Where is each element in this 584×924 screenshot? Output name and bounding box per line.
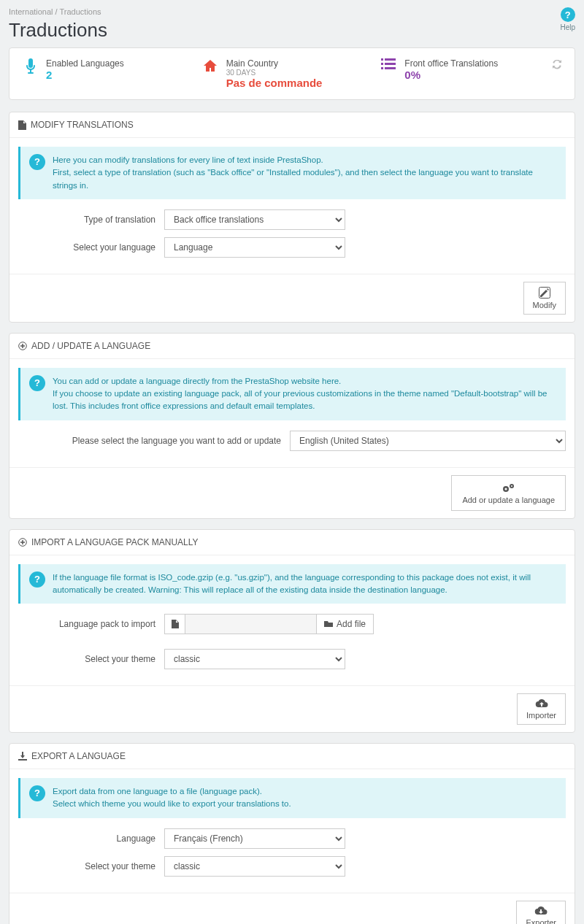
breadcrumb-current: Traductions (60, 7, 101, 16)
import-pack-label: Language pack to import (18, 619, 164, 629)
info-export: ? Export data from one language to a fil… (18, 778, 566, 818)
svg-point-9 (504, 488, 507, 490)
import-button[interactable]: Importer (517, 693, 566, 725)
stat-enabled-languages: Enabled Languages 2 (24, 58, 203, 89)
file-icon (18, 120, 26, 130)
question-icon: ? (29, 154, 45, 170)
svg-rect-3 (385, 63, 396, 65)
edit-icon (539, 287, 550, 299)
question-icon: ? (29, 375, 45, 391)
panel-export: EXPORT A LANGUAGE ? Export data from one… (9, 743, 575, 924)
info-import: ? If the language file format is ISO_cod… (18, 564, 566, 604)
help-icon: ? (561, 7, 575, 22)
folder-icon (324, 620, 333, 628)
add-file-button[interactable]: Add file (316, 614, 374, 634)
gears-icon (502, 482, 516, 493)
svg-point-11 (511, 485, 512, 487)
list-icon (381, 58, 396, 70)
svg-rect-4 (381, 67, 383, 69)
svg-rect-5 (385, 67, 396, 69)
export-lang-label: Language (18, 833, 164, 844)
help-button[interactable]: ? Help (560, 7, 575, 31)
panel-modify-title: MODIFY TRANSLATIONS (31, 120, 134, 130)
question-icon: ? (29, 785, 45, 801)
stat-main-country: Main Country 30 DAYS Pas de commande (203, 58, 382, 89)
stats-card: Enabled Languages 2 Main Country 30 DAYS… (9, 47, 575, 100)
question-icon: ? (29, 571, 45, 588)
breadcrumb: International / Traductions (9, 7, 107, 16)
modify-button[interactable]: Modify (523, 282, 566, 315)
export-theme-select[interactable]: classic (164, 856, 345, 877)
cloud-download-icon (534, 906, 548, 916)
file-icon (164, 614, 185, 634)
panel-import: IMPORT A LANGUAGE PACK MANUALLY ? If the… (9, 529, 575, 734)
microphone-icon (24, 58, 37, 74)
plus-circle-icon (18, 538, 27, 547)
home-icon (203, 58, 218, 73)
add-language-select[interactable]: English (United States) (290, 431, 566, 451)
import-theme-select[interactable]: classic (164, 649, 345, 669)
svg-rect-1 (385, 58, 396, 61)
file-input[interactable] (185, 614, 316, 634)
add-select-label: Please select the language you want to a… (18, 436, 290, 446)
panel-export-title: EXPORT A LANGUAGE (31, 751, 126, 761)
stat-translations: Front office Translations 0% (381, 58, 560, 89)
add-update-button[interactable]: Add or update a language (451, 475, 566, 511)
svg-rect-0 (381, 58, 383, 61)
import-theme-label: Select your theme (18, 654, 164, 664)
panel-modify: MODIFY TRANSLATIONS ? Here you can modif… (9, 112, 575, 323)
refresh-icon[interactable] (551, 58, 563, 70)
export-button[interactable]: Exporter (516, 901, 566, 925)
panel-add: ADD / UPDATE A LANGUAGE ? You can add or… (9, 333, 575, 519)
svg-rect-2 (381, 63, 383, 65)
breadcrumb-parent[interactable]: International (9, 7, 53, 16)
panel-import-title: IMPORT A LANGUAGE PACK MANUALLY (31, 537, 199, 547)
type-of-translation-label: Type of translation (18, 215, 164, 225)
page-title: Traductions (9, 19, 107, 42)
export-lang-select[interactable]: Français (French) (164, 828, 345, 849)
info-modify: ? Here you can modify translations for e… (18, 147, 566, 199)
export-theme-label: Select your theme (18, 861, 164, 871)
cloud-upload-icon (535, 698, 548, 709)
plus-circle-icon (18, 342, 27, 350)
type-of-translation-select[interactable]: Back office translations (164, 209, 345, 230)
panel-add-title: ADD / UPDATE A LANGUAGE (31, 341, 150, 351)
download-icon (18, 752, 27, 761)
select-language-label: Select your language (18, 242, 164, 253)
select-language-select[interactable]: Language (164, 237, 345, 258)
info-add: ? You can add or update a language direc… (18, 368, 566, 420)
